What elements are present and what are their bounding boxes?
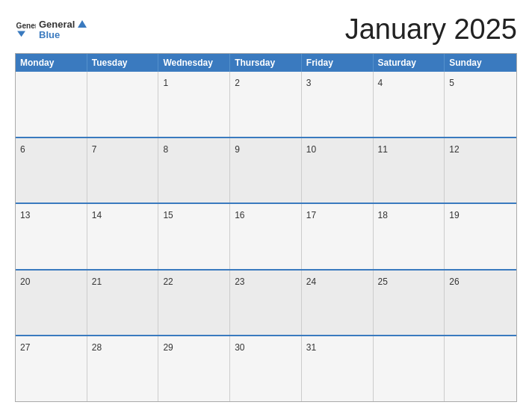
day-cell-1-1: 7 bbox=[87, 138, 159, 203]
day-number: 20 bbox=[20, 276, 30, 287]
day-cell-2-0: 13 bbox=[16, 204, 87, 269]
day-cell-2-1: 14 bbox=[87, 204, 159, 269]
week-1: 12345 bbox=[16, 72, 516, 137]
day-cell-0-0 bbox=[16, 72, 87, 137]
day-number: 6 bbox=[20, 144, 25, 155]
day-cell-4-6 bbox=[445, 336, 516, 401]
day-cell-0-6: 5 bbox=[445, 72, 516, 137]
day-number: 2 bbox=[235, 78, 240, 88]
day-cell-4-3: 30 bbox=[230, 336, 302, 401]
day-number: 24 bbox=[306, 276, 316, 287]
day-cell-4-5 bbox=[374, 336, 445, 401]
day-cell-1-6: 12 bbox=[445, 138, 516, 203]
day-number: 5 bbox=[449, 78, 454, 88]
calendar-header: Monday Tuesday Wednesday Thursday Friday… bbox=[16, 54, 516, 72]
svg-marker-1 bbox=[17, 31, 25, 37]
day-cell-3-1: 21 bbox=[87, 271, 159, 336]
day-cell-3-4: 24 bbox=[302, 271, 374, 336]
day-number: 13 bbox=[20, 210, 30, 220]
header: General General Blue January 2025 bbox=[15, 13, 517, 46]
week-4: 20212223242526 bbox=[16, 269, 516, 336]
header-tuesday: Tuesday bbox=[87, 54, 159, 72]
day-number: 25 bbox=[378, 276, 388, 287]
header-saturday: Saturday bbox=[374, 54, 445, 72]
day-cell-0-4: 3 bbox=[302, 72, 374, 137]
svg-text:General: General bbox=[16, 22, 36, 30]
day-number: 8 bbox=[163, 144, 168, 155]
day-cell-4-1: 28 bbox=[87, 336, 159, 401]
day-cell-0-5: 4 bbox=[374, 72, 445, 137]
header-sunday: Sunday bbox=[445, 54, 516, 72]
day-cell-2-2: 15 bbox=[158, 204, 230, 269]
day-cell-0-2: 1 bbox=[158, 72, 230, 137]
header-thursday: Thursday bbox=[230, 54, 302, 72]
day-cell-2-6: 19 bbox=[445, 204, 516, 269]
day-number: 10 bbox=[306, 144, 316, 155]
day-number: 26 bbox=[449, 276, 459, 287]
day-number: 7 bbox=[92, 144, 97, 155]
logo: General General Blue bbox=[15, 18, 88, 41]
day-cell-1-4: 10 bbox=[302, 138, 374, 203]
day-number: 12 bbox=[449, 144, 459, 155]
day-number: 22 bbox=[163, 276, 173, 287]
header-friday: Friday bbox=[302, 54, 374, 72]
day-number: 18 bbox=[378, 210, 388, 220]
day-cell-2-5: 18 bbox=[374, 204, 445, 269]
day-cell-0-1 bbox=[87, 72, 159, 137]
day-cell-1-3: 9 bbox=[230, 138, 302, 203]
svg-marker-2 bbox=[78, 20, 87, 28]
day-number: 9 bbox=[235, 144, 240, 155]
day-cell-1-5: 11 bbox=[374, 138, 445, 203]
day-cell-3-3: 23 bbox=[230, 271, 302, 336]
day-number: 1 bbox=[163, 78, 168, 88]
day-cell-4-2: 29 bbox=[158, 336, 230, 401]
day-cell-1-2: 8 bbox=[158, 138, 230, 203]
day-number: 27 bbox=[20, 342, 30, 353]
day-cell-1-0: 6 bbox=[16, 138, 87, 203]
week-2: 6789101112 bbox=[16, 137, 516, 203]
calendar-body: 1234567891011121314151617181920212223242… bbox=[16, 72, 516, 401]
day-number: 21 bbox=[92, 276, 102, 287]
header-wednesday: Wednesday bbox=[158, 54, 230, 72]
logo-triangle-icon bbox=[76, 18, 88, 30]
day-cell-3-5: 25 bbox=[374, 271, 445, 336]
calendar: Monday Tuesday Wednesday Thursday Friday… bbox=[15, 53, 517, 402]
day-cell-3-2: 22 bbox=[158, 271, 230, 336]
logo-icon: General bbox=[15, 19, 36, 40]
day-number: 14 bbox=[92, 210, 102, 220]
logo-blue: Blue bbox=[39, 30, 88, 41]
day-number: 17 bbox=[306, 210, 316, 220]
day-number: 19 bbox=[449, 210, 459, 220]
day-cell-4-4: 31 bbox=[302, 336, 374, 401]
day-cell-4-0: 27 bbox=[16, 336, 87, 401]
day-number: 11 bbox=[378, 144, 388, 155]
day-number: 4 bbox=[378, 78, 383, 88]
day-number: 29 bbox=[163, 342, 173, 353]
day-number: 23 bbox=[235, 276, 244, 287]
day-cell-2-4: 17 bbox=[302, 204, 374, 269]
week-3: 13141516171819 bbox=[16, 203, 516, 269]
week-5: 2728293031 bbox=[16, 335, 516, 401]
day-number: 30 bbox=[235, 342, 244, 353]
day-cell-3-6: 26 bbox=[445, 271, 516, 336]
month-title: January 2025 bbox=[345, 13, 517, 46]
day-number: 15 bbox=[163, 210, 173, 220]
day-number: 3 bbox=[306, 78, 312, 88]
day-cell-3-0: 20 bbox=[16, 271, 87, 336]
day-number: 28 bbox=[92, 342, 102, 353]
page: General General Blue January 2025 Monday… bbox=[0, 0, 532, 411]
day-number: 16 bbox=[235, 210, 244, 220]
day-cell-2-3: 16 bbox=[230, 204, 302, 269]
day-cell-0-3: 2 bbox=[230, 72, 302, 137]
header-monday: Monday bbox=[16, 54, 87, 72]
day-number: 31 bbox=[306, 342, 316, 353]
